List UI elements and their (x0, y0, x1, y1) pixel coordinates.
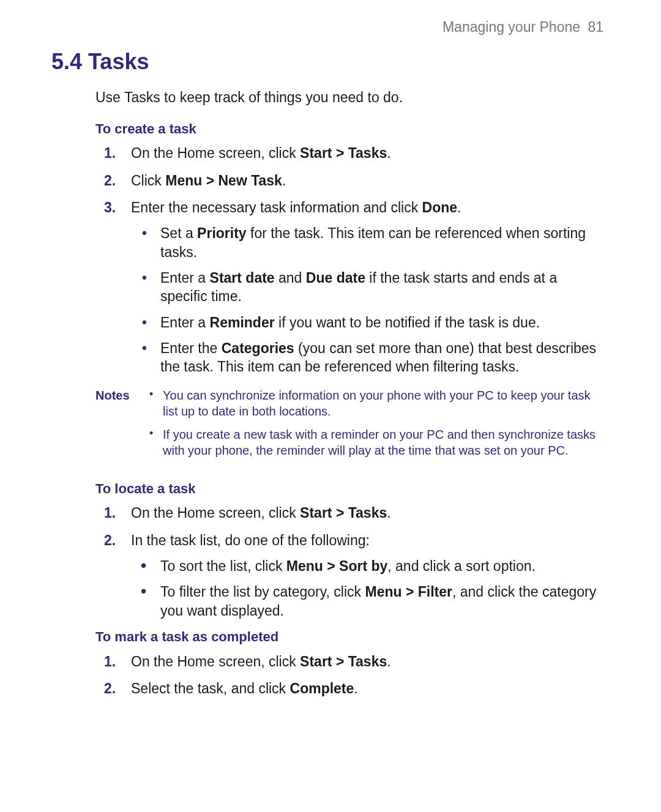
bullet-bold: Menu > Filter (365, 584, 452, 600)
notes-body: You can synchronize information on your … (148, 387, 606, 466)
step-bold: Start > Tasks (300, 145, 387, 161)
step-text: On the Home screen, click (131, 654, 300, 669)
bullet-text: Enter the (160, 340, 222, 356)
bullet-text: , and click a sort option. (387, 558, 536, 574)
list-item: Enter a Reminder if you want to be notif… (131, 313, 606, 332)
step-bold: Start > Tasks (300, 505, 387, 521)
list-item: Enter a Start date and Due date if the t… (131, 269, 606, 306)
bullets-locate: To sort the list, click Menu > Sort by, … (131, 557, 606, 620)
step-number: 1. (104, 504, 116, 522)
bullets-create: Set a Priority for the task. This item c… (131, 224, 606, 376)
subhead-locate-task: To locate a task (95, 480, 606, 498)
step-bold: Done (422, 199, 458, 215)
note-item: If you create a new task with a reminder… (148, 426, 606, 458)
bullet-text: To sort the list, click (160, 558, 286, 574)
bullet-text: Enter a (160, 315, 210, 330)
bullet-bold: Reminder (210, 315, 275, 330)
step-text: . (282, 173, 286, 188)
list-item: To sort the list, click Menu > Sort by, … (131, 557, 606, 575)
bullet-text: To filter the list by category, click (160, 584, 365, 600)
bullet-text: and (275, 270, 306, 286)
bullet-bold: Menu > Sort by (286, 558, 388, 574)
step-number: 2. (104, 171, 116, 190)
step-text: . (354, 680, 357, 696)
step-number: 1. (104, 652, 116, 671)
bullet-text: if you want to be notified if the task i… (275, 315, 540, 330)
list-item: 3. Enter the necessary task information … (95, 198, 606, 376)
notes-label: Notes (95, 387, 148, 466)
step-text: . (387, 505, 390, 521)
bullet-text: Enter a (160, 270, 210, 286)
list-item: 2. In the task list, do one of the follo… (95, 531, 606, 620)
bullet-bold: Start date (210, 270, 275, 286)
step-text: . (457, 199, 461, 215)
notes-block: Notes You can synchronize information on… (95, 387, 606, 466)
step-number: 3. (104, 198, 116, 217)
step-text: In the task list, do one of the followin… (131, 532, 370, 548)
list-item: 2. Click Menu > New Task. (95, 171, 606, 190)
list-item: 1. On the Home screen, click Start > Tas… (95, 504, 606, 522)
step-text: Enter the necessary task information and… (131, 199, 422, 215)
step-text: Click (131, 173, 165, 188)
list-item: 1. On the Home screen, click Start > Tas… (95, 144, 606, 162)
step-text: On the Home screen, click (131, 145, 300, 161)
step-bold: Menu > New Task (165, 173, 282, 188)
step-text: Select the task, and click (131, 680, 290, 696)
list-item: Set a Priority for the task. This item c… (131, 224, 606, 261)
step-number: 1. (104, 144, 116, 162)
list-item: Enter the Categories (you can set more t… (131, 339, 606, 376)
page-header: Managing your Phone 81 (55, 18, 606, 37)
steps-create: 1. On the Home screen, click Start > Tas… (95, 144, 606, 376)
step-bold: Complete (290, 680, 354, 696)
steps-locate: 1. On the Home screen, click Start > Tas… (95, 504, 606, 620)
list-item: To filter the list by category, click Me… (131, 583, 606, 620)
subhead-create-task: To create a task (95, 121, 606, 138)
steps-complete: 1. On the Home screen, click Start > Tas… (95, 652, 606, 698)
bullet-text: Set a (160, 225, 197, 241)
bullet-bold: Due date (306, 270, 365, 286)
section-title: 5.4 Tasks (51, 48, 606, 76)
bullet-bold: Priority (197, 225, 247, 241)
intro-text: Use Tasks to keep track of things you ne… (95, 89, 606, 107)
chapter-title: Managing your Phone (443, 19, 580, 35)
step-number: 2. (104, 679, 116, 698)
step-text: On the Home screen, click (131, 505, 300, 521)
step-number: 2. (104, 531, 116, 549)
list-item: 1. On the Home screen, click Start > Tas… (95, 652, 606, 671)
list-item: 2. Select the task, and click Complete. (95, 679, 606, 698)
step-text: . (387, 145, 390, 161)
page-number: 81 (588, 19, 603, 35)
step-bold: Start > Tasks (300, 654, 387, 669)
step-text: . (387, 654, 390, 669)
subhead-mark-complete: To mark a task as completed (95, 628, 606, 646)
bullet-bold: Categories (222, 340, 294, 356)
note-item: You can synchronize information on your … (148, 387, 606, 419)
